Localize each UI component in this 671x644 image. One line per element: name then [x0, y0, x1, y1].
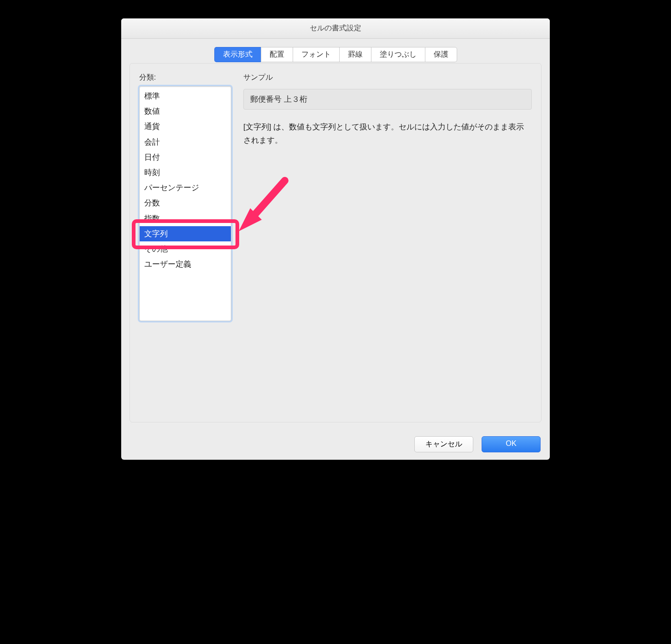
category-column: 分類: 標準数値通貨会計日付時刻パーセンテージ分数指数文字列その他ユーザー定義 — [139, 73, 231, 331]
category-item-3[interactable]: 会計 — [140, 135, 231, 150]
category-item-8[interactable]: 指数 — [140, 211, 231, 226]
category-item-10[interactable]: その他 — [140, 241, 231, 257]
tab-2[interactable]: フォント — [293, 47, 339, 62]
tabbar: 表示形式配置フォント罫線塗りつぶし保護 — [129, 47, 542, 62]
sample-label: サンプル — [243, 73, 532, 82]
category-item-0[interactable]: 標準 — [140, 88, 231, 104]
sample-value: 郵便番号 上３桁 — [250, 95, 307, 104]
details-column: サンプル 郵便番号 上３桁 [文字列] は、数値も文字列として扱います。セルには… — [243, 73, 532, 331]
category-listbox[interactable]: 標準数値通貨会計日付時刻パーセンテージ分数指数文字列その他ユーザー定義 — [139, 86, 231, 321]
category-item-9[interactable]: 文字列 — [140, 226, 231, 241]
ok-button[interactable]: OK — [482, 436, 541, 452]
panel: 分類: 標準数値通貨会計日付時刻パーセンテージ分数指数文字列その他ユーザー定義 … — [129, 63, 542, 422]
button-row: キャンセル OK — [121, 430, 550, 460]
category-item-7[interactable]: 分数 — [140, 195, 231, 211]
category-item-6[interactable]: パーセンテージ — [140, 180, 231, 195]
category-item-4[interactable]: 日付 — [140, 150, 231, 165]
dialog-titlebar: セルの書式設定 — [121, 18, 550, 39]
format-description: [文字列] は、数値も文字列として扱います。セルには入力した値がそのまま表示され… — [243, 121, 532, 147]
category-item-1[interactable]: 数値 — [140, 104, 231, 119]
sample-box: 郵便番号 上３桁 — [243, 89, 532, 110]
tab-3[interactable]: 罫線 — [339, 47, 371, 62]
dialog-title: セルの書式設定 — [310, 23, 361, 33]
dialog-cell-format: セルの書式設定 表示形式配置フォント罫線塗りつぶし保護 分類: 標準数値通貨会計… — [121, 18, 550, 460]
panel-inner: 分類: 標準数値通貨会計日付時刻パーセンテージ分数指数文字列その他ユーザー定義 … — [139, 73, 532, 331]
category-item-11[interactable]: ユーザー定義 — [140, 257, 231, 272]
category-label: 分類: — [139, 73, 231, 82]
cancel-button[interactable]: キャンセル — [414, 436, 473, 452]
tab-4[interactable]: 塗りつぶし — [371, 47, 425, 62]
dialog-content: 表示形式配置フォント罫線塗りつぶし保護 分類: 標準数値通貨会計日付時刻パーセン… — [121, 39, 550, 430]
tab-1[interactable]: 配置 — [261, 47, 293, 62]
category-item-5[interactable]: 時刻 — [140, 165, 231, 180]
category-item-2[interactable]: 通貨 — [140, 119, 231, 134]
tab-0[interactable]: 表示形式 — [214, 47, 261, 62]
tab-5[interactable]: 保護 — [425, 47, 457, 62]
